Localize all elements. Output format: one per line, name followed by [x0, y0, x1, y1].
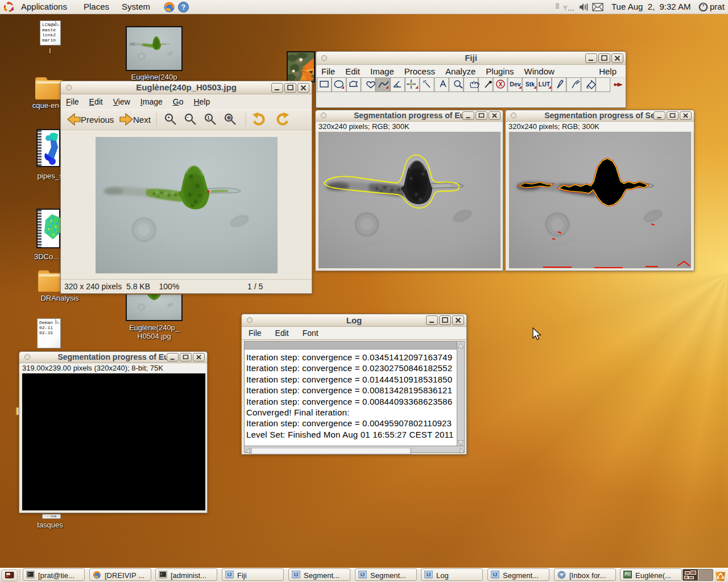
svg-text:?: ? [181, 3, 186, 11]
svg-text:Next: Next [133, 115, 151, 124]
svg-text:Previous: Previous [81, 115, 114, 124]
svg-text:IJ: IJ [228, 572, 232, 577]
svg-text:1: 1 [207, 115, 210, 120]
svg-text:LUT: LUT [539, 81, 551, 88]
svg-text:IJ: IJ [493, 572, 498, 577]
svg-text:Stk: Stk [526, 81, 535, 88]
svg-text:⊕: ⊕ [227, 115, 231, 120]
svg-text:Dev: Dev [510, 81, 520, 88]
svg-text:+: + [167, 115, 170, 120]
svg-text:X: X [499, 81, 503, 88]
svg-text:IJ: IJ [427, 572, 431, 577]
svg-text:-: - [187, 114, 189, 120]
svg-text:IJ: IJ [361, 572, 365, 577]
svg-text:IJ: IJ [294, 572, 299, 577]
